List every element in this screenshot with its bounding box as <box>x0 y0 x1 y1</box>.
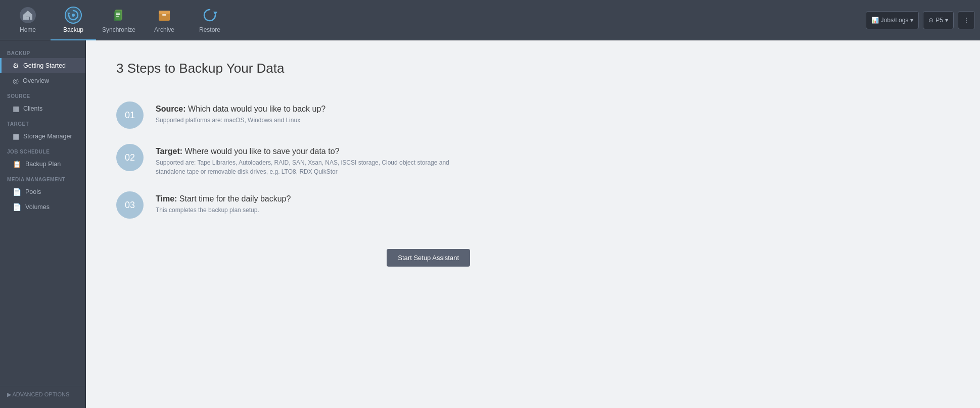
top-nav: Home Backup <box>0 0 980 40</box>
sidebar-item-getting-started[interactable]: ⚙ Getting Started <box>0 58 85 73</box>
advanced-options-label: ▶ ADVANCED OPTIONS <box>7 391 69 398</box>
step-number-3: 03 <box>125 200 135 211</box>
jobs-logs-button[interactable]: 📊 Jobs/Logs ▾ <box>866 11 919 29</box>
step-number-2: 02 <box>125 152 135 163</box>
nav-item-synchronize[interactable]: Synchronize <box>96 0 142 40</box>
svg-rect-13 <box>162 14 166 16</box>
step-circle-2: 02 <box>116 144 144 171</box>
step-content-1: Source: Which data would you like to bac… <box>156 101 325 125</box>
step-desc-2: Supported are: Tape Libraries, Autoloade… <box>156 158 470 176</box>
clients-icon: ▦ <box>13 105 19 113</box>
step-desc-1: Supported platforms are: macOS, Windows … <box>156 116 325 125</box>
step-content-2: Target: Where would you like to save you… <box>156 144 470 176</box>
nav-item-archive[interactable]: Archive <box>142 0 187 40</box>
nav-label-archive: Archive <box>154 26 174 33</box>
step-title-2: Target: Where would you like to save you… <box>156 147 470 156</box>
svg-rect-11 <box>159 13 170 21</box>
section-job-schedule-label: JOB SCHEDULE <box>0 144 85 157</box>
step-content-3: Time: Start time for the daily backup? T… <box>156 191 291 215</box>
nav-label-backup: Backup <box>63 26 83 33</box>
step-number-1: 01 <box>125 110 135 121</box>
backup-icon <box>64 6 82 24</box>
step-row-3: 03 Time: Start time for the daily backup… <box>116 191 470 219</box>
step-row-1: 01 Source: Which data would you like to … <box>116 101 470 129</box>
main-layout: BACKUP ⚙ Getting Started ◎ Overview SOUR… <box>0 40 980 408</box>
more-icon: ⋮ <box>963 17 969 24</box>
step-title-1: Source: Which data would you like to bac… <box>156 105 325 114</box>
sidebar-item-pools[interactable]: 📄 Pools <box>0 184 85 199</box>
synchronize-icon <box>110 6 128 24</box>
backup-plan-icon: 📋 <box>13 160 21 168</box>
sidebar-spacer <box>0 215 85 386</box>
sidebar-item-overview[interactable]: ◎ Overview <box>0 73 85 88</box>
sidebar-label-getting-started: Getting Started <box>23 62 66 69</box>
svg-marker-14 <box>213 12 217 15</box>
p5-button[interactable]: ⊙ P5 ▾ <box>923 11 954 29</box>
archive-icon <box>155 6 173 24</box>
step-title-rest-3: Start time for the daily backup? <box>179 194 291 203</box>
content-area: 3 Steps to Backup Your Data 01 Source: W… <box>86 40 980 408</box>
getting-started-icon: ⚙ <box>13 62 19 70</box>
volumes-icon: 📄 <box>13 203 21 211</box>
step-circle-1: 01 <box>116 101 144 129</box>
p5-label: P5 <box>936 17 943 24</box>
step-title-bold-3: Time: <box>156 194 177 203</box>
sidebar-item-backup-plan[interactable]: 📋 Backup Plan <box>0 157 85 172</box>
svg-rect-1 <box>26 17 29 20</box>
storage-manager-icon: ▦ <box>13 132 19 140</box>
sidebar-label-clients: Clients <box>23 105 42 112</box>
step-row-2: 02 Target: Where would you like to save … <box>116 144 470 176</box>
start-setup-button[interactable]: Start Setup Assistant <box>387 249 470 267</box>
content-footer: Start Setup Assistant <box>116 249 470 267</box>
sidebar-label-backup-plan: Backup Plan <box>25 161 61 168</box>
jobs-logs-label: Jobs/Logs <box>881 17 909 24</box>
p5-chevron: ▾ <box>945 17 948 24</box>
pools-icon: 📄 <box>13 188 21 196</box>
p5-icon: ⊙ <box>928 17 934 24</box>
step-title-3: Time: Start time for the daily backup? <box>156 194 291 203</box>
jobs-logs-icon: 📊 <box>871 17 879 24</box>
nav-item-home[interactable]: Home <box>5 0 51 40</box>
nav-label-restore: Restore <box>199 26 220 33</box>
home-icon <box>19 6 37 24</box>
section-media-management-label: MEDIA MANAGEMENT <box>0 172 85 184</box>
sidebar-item-clients[interactable]: ▦ Clients <box>0 101 85 116</box>
sidebar: BACKUP ⚙ Getting Started ◎ Overview SOUR… <box>0 40 86 408</box>
sidebar-label-pools: Pools <box>25 188 41 195</box>
section-target-label: TARGET <box>0 116 85 129</box>
svg-rect-12 <box>159 11 170 14</box>
section-backup-label: BACKUP <box>0 45 85 58</box>
restore-icon <box>201 6 219 24</box>
sidebar-item-storage-manager[interactable]: ▦ Storage Manager <box>0 129 85 144</box>
section-source-label: SOURCE <box>0 88 85 101</box>
step-title-rest-2: Where would you like to save your data t… <box>185 147 340 156</box>
overview-icon: ◎ <box>13 77 19 85</box>
page-title: 3 Steps to Backup Your Data <box>116 61 950 76</box>
nav-label-synchronize: Synchronize <box>102 26 135 33</box>
nav-item-restore[interactable]: Restore <box>187 0 232 40</box>
step-title-bold-1: Source: <box>156 105 186 113</box>
nav-items: Home Backup <box>5 0 866 40</box>
step-circle-3: 03 <box>116 191 144 219</box>
jobs-logs-chevron: ▾ <box>910 17 913 24</box>
more-button[interactable]: ⋮ <box>958 11 975 29</box>
sidebar-label-overview: Overview <box>23 77 49 84</box>
steps-container: 01 Source: Which data would you like to … <box>116 101 470 219</box>
sidebar-label-volumes: Volumes <box>25 203 50 211</box>
nav-right: 📊 Jobs/Logs ▾ ⊙ P5 ▾ ⋮ <box>866 11 975 29</box>
step-desc-3: This completes the backup plan setup. <box>156 206 291 215</box>
svg-point-5 <box>72 14 75 17</box>
nav-label-home: Home <box>20 26 36 33</box>
sidebar-label-storage-manager: Storage Manager <box>23 133 72 140</box>
step-title-rest-1: Which data would you like to back up? <box>188 105 325 113</box>
sidebar-item-volumes[interactable]: 📄 Volumes <box>0 199 85 215</box>
advanced-options-toggle[interactable]: ▶ ADVANCED OPTIONS <box>0 386 85 403</box>
step-title-bold-2: Target: <box>156 147 182 156</box>
nav-item-backup[interactable]: Backup <box>51 0 96 40</box>
